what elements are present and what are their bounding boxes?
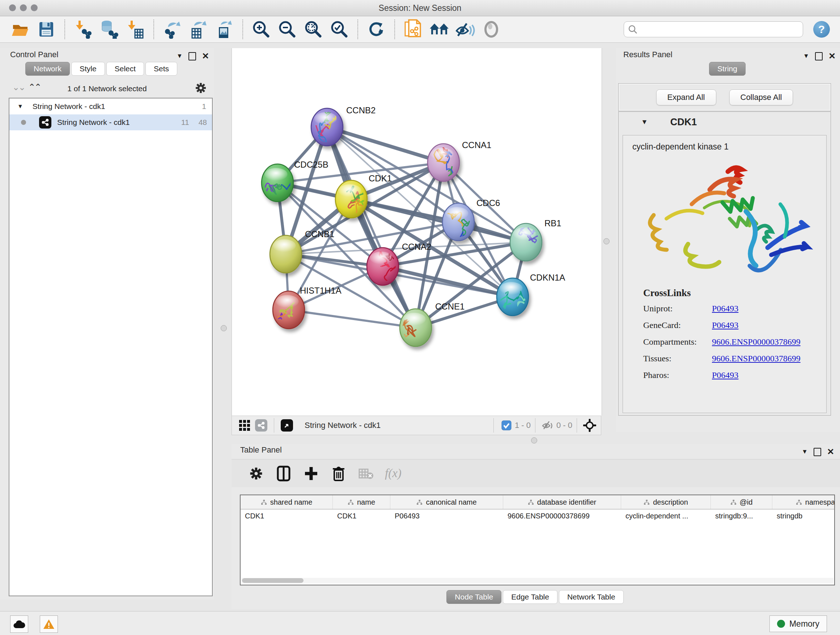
tab-select[interactable]: Select xyxy=(106,62,144,76)
crosslink-link[interactable]: P06493 xyxy=(712,371,738,380)
network-node-HIST1H1A[interactable]: HIST1H1A xyxy=(265,286,341,336)
node-gloss xyxy=(500,282,523,295)
gene-section-header[interactable]: ▼ CDK1 xyxy=(619,112,831,132)
string-document-button[interactable] xyxy=(402,19,424,40)
table-cell[interactable]: P06493 xyxy=(390,512,503,520)
crosslink-link[interactable]: P06493 xyxy=(712,320,738,330)
network-node-CCNA1[interactable]: CCNA1 xyxy=(428,140,491,188)
expand-all-networks-icon[interactable]: ⌄⌄ xyxy=(12,82,25,92)
grid-view-icon[interactable] xyxy=(236,417,253,433)
cloud-button[interactable] xyxy=(10,616,28,633)
tab-style[interactable]: Style xyxy=(71,62,105,76)
column-header-namespace[interactable]: namespace xyxy=(772,495,835,509)
column-header-description[interactable]: description xyxy=(621,495,711,509)
bottom-splitter-handle[interactable] xyxy=(531,437,537,443)
memory-status-dot xyxy=(777,620,785,628)
table-cell[interactable]: stringdb xyxy=(772,512,835,520)
tab-sets[interactable]: Sets xyxy=(145,62,177,76)
crosslink-row: Tissues:9606.ENSP00000378699 xyxy=(643,354,801,363)
panel-menu-icon[interactable]: ▼ xyxy=(803,52,809,60)
footer-separator xyxy=(576,418,577,432)
network-node-CDKN1A[interactable]: CDKN1A xyxy=(497,272,565,316)
scrollbar-thumb[interactable] xyxy=(242,578,303,583)
table-settings-button[interactable] xyxy=(245,463,267,485)
network-node-RB1[interactable]: RB1 xyxy=(510,218,561,261)
expand-all-button[interactable]: Expand All xyxy=(656,89,716,105)
hidden-eye-icon[interactable] xyxy=(540,417,556,433)
warnings-button[interactable] xyxy=(40,616,58,633)
network-view-icon[interactable] xyxy=(253,417,270,433)
crosslink-link[interactable]: 9606.ENSP00000378699 xyxy=(712,337,801,347)
column-header-canonical-name[interactable]: canonical name xyxy=(390,495,503,509)
table-cell[interactable]: stringdb:9... xyxy=(711,512,772,520)
table-row[interactable]: CDK1CDK1P064939606.ENSP00000378699cyclin… xyxy=(240,509,834,523)
table-cell[interactable]: CDK1 xyxy=(240,512,333,520)
table-cell[interactable]: cyclin-dependent ... xyxy=(621,512,711,520)
search-input[interactable] xyxy=(638,25,799,34)
network-collection-row[interactable]: ▼ String Network - cdk1 1 xyxy=(9,98,212,114)
crosslink-link[interactable]: P06493 xyxy=(712,304,738,314)
protein-structure-image xyxy=(638,161,815,280)
tab-node-table[interactable]: Node Table xyxy=(447,590,501,604)
open-session-button[interactable] xyxy=(9,19,31,40)
crosslink-link[interactable]: 9606.ENSP00000378699 xyxy=(712,354,801,363)
panel-float-icon[interactable] xyxy=(188,52,196,60)
panel-close-icon[interactable]: ✕ xyxy=(829,51,836,61)
show-columns-button[interactable] xyxy=(273,463,294,485)
panel-float-icon[interactable] xyxy=(813,448,821,456)
selected-checkbox-icon[interactable] xyxy=(498,417,515,433)
import-network-database-button[interactable] xyxy=(98,19,120,40)
create-column-button[interactable] xyxy=(300,463,322,485)
search-box[interactable] xyxy=(624,21,803,37)
collapse-all-networks-icon[interactable]: ⌃⌃ xyxy=(28,82,41,92)
network-options-gear-icon[interactable] xyxy=(195,82,207,94)
save-session-button[interactable] xyxy=(35,19,57,40)
fit-content-crosshair-icon[interactable] xyxy=(581,417,598,433)
home-pair-button[interactable] xyxy=(428,19,450,40)
node-gloss xyxy=(264,168,287,181)
export-image-button[interactable] xyxy=(213,19,235,40)
help-button[interactable]: ? xyxy=(813,21,830,38)
table-horizontal-scrollbar[interactable] xyxy=(241,578,834,584)
birdseye-view-icon[interactable] xyxy=(279,417,295,433)
show-graphics-details-button[interactable] xyxy=(480,19,502,40)
export-network-button[interactable] xyxy=(161,19,183,40)
panel-close-icon[interactable]: ✕ xyxy=(202,51,209,61)
zoom-fit-button[interactable] xyxy=(302,19,324,40)
memory-button[interactable]: Memory xyxy=(769,616,827,632)
network-edge-CCNB2-CCNA1[interactable] xyxy=(327,127,444,163)
panel-menu-icon[interactable]: ▼ xyxy=(802,448,808,455)
zoom-in-button[interactable] xyxy=(250,19,272,40)
panel-close-icon[interactable]: ✕ xyxy=(827,447,834,457)
import-table-button[interactable] xyxy=(125,19,146,40)
apply-layout-button[interactable] xyxy=(365,19,387,40)
hide-graphics-details-button[interactable] xyxy=(454,19,476,40)
zoom-out-button[interactable] xyxy=(276,19,298,40)
panel-float-icon[interactable] xyxy=(815,52,823,60)
network-canvas[interactable]: CCNB2CCNA1CDC25BCDK1CDC6RB1CCNB1CCNA2CDK… xyxy=(232,48,602,416)
zoom-selected-button[interactable] xyxy=(328,19,350,40)
tab-string[interactable]: String xyxy=(709,62,745,76)
panel-menu-icon[interactable]: ▼ xyxy=(177,52,183,60)
network-edge-HIST1H1A-CCNE1[interactable] xyxy=(289,310,416,328)
column-header-name[interactable]: name xyxy=(333,495,390,509)
collapse-all-button[interactable]: Collapse All xyxy=(729,89,793,105)
column-header-shared-name[interactable]: shared name xyxy=(240,495,333,509)
network-row-selected[interactable]: String Network - cdk1 11 48 xyxy=(9,114,212,130)
delete-column-button[interactable] xyxy=(328,463,349,485)
collection-collapse-icon[interactable]: ▼ xyxy=(17,103,23,110)
table-cell[interactable]: CDK1 xyxy=(333,512,390,520)
export-table-button[interactable] xyxy=(187,19,209,40)
column-header--id[interactable]: @id xyxy=(711,495,772,509)
table-cell[interactable]: 9606.ENSP00000378699 xyxy=(503,512,621,520)
tab-edge-table[interactable]: Edge Table xyxy=(503,590,557,604)
right-splitter-handle[interactable] xyxy=(603,238,609,244)
gene-collapse-icon[interactable]: ▼ xyxy=(641,118,648,126)
hidden-node-edge-counts: 0 - 0 xyxy=(556,421,572,430)
tab-network-table[interactable]: Network Table xyxy=(559,590,624,604)
tab-network[interactable]: Network xyxy=(25,62,70,76)
left-splitter-handle[interactable] xyxy=(221,325,227,331)
column-header-database-identifier[interactable]: database identifier xyxy=(503,495,621,509)
node-gloss xyxy=(370,252,393,264)
import-network-file-button[interactable] xyxy=(73,19,94,40)
